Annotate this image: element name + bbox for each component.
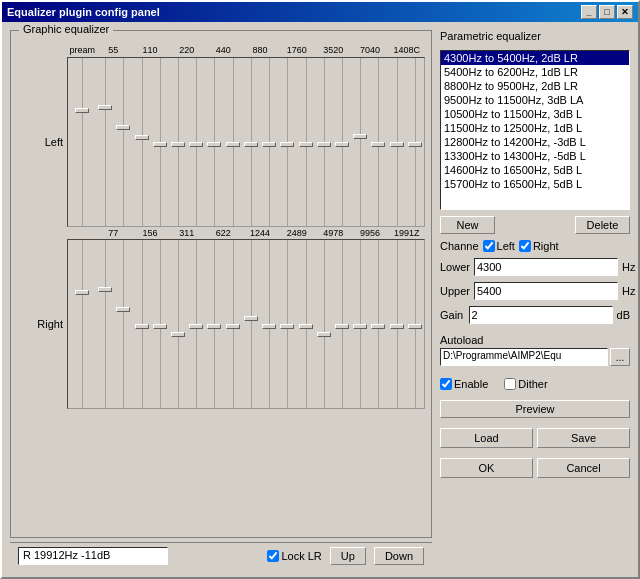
param-eq-list[interactable]: 4300Hz to 5400Hz, 2dB LR 5400Hz to 6200H… (440, 50, 630, 210)
new-button[interactable]: New (440, 216, 495, 234)
band-slider-l-2[interactable] (132, 58, 150, 226)
status-display: R 19912Hz -11dB (18, 547, 168, 565)
right-eq-area (67, 239, 425, 409)
dither-checkbox[interactable] (504, 378, 516, 390)
bottom-controls: Lock LR Up Down (267, 547, 424, 565)
param-list-item-3[interactable]: 9500Hz to 11500Hz, 3dB LA (441, 93, 629, 107)
band-slider-r-0[interactable] (96, 240, 114, 408)
band-slider-r-5[interactable] (187, 240, 205, 408)
browse-button[interactable]: ... (610, 348, 630, 366)
band-slider-l-17[interactable] (406, 58, 424, 226)
band-slider-r-4[interactable] (169, 240, 187, 408)
lower-row: Lower Hz (440, 258, 630, 276)
param-list-item-8[interactable]: 14600Hz to 16500Hz, 5dB L (441, 163, 629, 177)
enable-label: Enable (454, 378, 488, 390)
band-slider-l-4[interactable] (169, 58, 187, 226)
down-button[interactable]: Down (374, 547, 424, 565)
graphic-eq-label: Graphic equalizer (19, 23, 113, 35)
preamp-slider[interactable] (68, 58, 96, 226)
band-slider-l-7[interactable] (224, 58, 242, 226)
band-slider-r-7[interactable] (224, 240, 242, 408)
band-slider-r-3[interactable] (151, 240, 169, 408)
param-list-item-0[interactable]: 4300Hz to 5400Hz, 2dB LR (441, 51, 629, 65)
gain-unit: dB (617, 309, 630, 321)
band-slider-r-11[interactable] (296, 240, 314, 408)
band-slider-l-12[interactable] (315, 58, 333, 226)
enable-check[interactable]: Enable (440, 378, 488, 390)
ok-cancel-row: OK Cancel (440, 458, 630, 478)
gain-label: Gain (440, 309, 465, 321)
band-slider-l-13[interactable] (333, 58, 351, 226)
lock-lr-text: Lock LR (281, 550, 321, 562)
save-button[interactable]: Save (537, 428, 630, 448)
band-slider-r-13[interactable] (333, 240, 351, 408)
param-list-item-5[interactable]: 11500Hz to 12500Hz, 1dB L (441, 121, 629, 135)
param-list-item-9[interactable]: 15700Hz to 16500Hz, 5dB L (441, 177, 629, 191)
band-slider-r-17[interactable] (406, 240, 424, 408)
load-button[interactable]: Load (440, 428, 533, 448)
cancel-button[interactable]: Cancel (537, 458, 630, 478)
upper-row: Upper Hz (440, 282, 630, 300)
lower-unit: Hz (622, 261, 635, 273)
param-list-item-1[interactable]: 5400Hz to 6200Hz, 1dB LR (441, 65, 629, 79)
dither-check[interactable]: Dither (504, 378, 547, 390)
freq-bot-8: 1991Z (388, 228, 425, 238)
gain-input[interactable] (469, 306, 613, 324)
close-btn[interactable]: ✕ (617, 5, 633, 19)
load-save-row: Load Save (440, 428, 630, 448)
preamp-right-slider[interactable] (68, 240, 96, 408)
band-slider-l-10[interactable] (278, 58, 296, 226)
enable-checkbox[interactable] (440, 378, 452, 390)
gain-row: Gain dB (440, 306, 630, 324)
freq-bot-3: 622 (205, 228, 242, 238)
lock-lr-label[interactable]: Lock LR (267, 550, 321, 562)
band-slider-r-15[interactable] (369, 240, 387, 408)
param-list-item-2[interactable]: 8800Hz to 9500Hz, 2dB LR (441, 79, 629, 93)
param-list-item-6[interactable]: 12800Hz to 14200Hz, -3dB L (441, 135, 629, 149)
band-slider-r-10[interactable] (278, 240, 296, 408)
ok-button[interactable]: OK (440, 458, 533, 478)
band-slider-r-9[interactable] (260, 240, 278, 408)
upper-input[interactable] (474, 282, 618, 300)
band-slider-l-3[interactable] (151, 58, 169, 226)
band-slider-l-5[interactable] (187, 58, 205, 226)
up-button[interactable]: Up (330, 547, 366, 565)
band-slider-r-12[interactable] (315, 240, 333, 408)
band-slider-l-0[interactable] (96, 58, 114, 226)
band-slider-l-8[interactable] (242, 58, 260, 226)
freq-top-8: 1408C (388, 45, 425, 55)
band-slider-l-16[interactable] (388, 58, 406, 226)
band-slider-r-2[interactable] (132, 240, 150, 408)
band-slider-r-8[interactable] (242, 240, 260, 408)
preview-button[interactable]: Preview (440, 400, 630, 418)
param-eq-panel: Parametric equalizer 4300Hz to 5400Hz, 2… (440, 30, 630, 569)
title-controls: _ □ ✕ (581, 5, 633, 19)
band-slider-r-1[interactable] (114, 240, 132, 408)
band-slider-l-1[interactable] (114, 58, 132, 226)
freq-top-6: 3520 (315, 45, 352, 55)
autoload-label: Autoload (440, 334, 630, 346)
minimize-btn[interactable]: _ (581, 5, 597, 19)
autoload-path: D:\Programme\AIMP2\Equ (440, 348, 608, 366)
band-slider-r-14[interactable] (351, 240, 369, 408)
maximize-btn[interactable]: □ (599, 5, 615, 19)
left-channel-checkbox[interactable] (483, 240, 495, 252)
delete-button[interactable]: Delete (575, 216, 630, 234)
left-channel-label: Left (45, 136, 63, 148)
right-channel-checkbox[interactable] (519, 240, 531, 252)
right-channel-check[interactable]: Right (519, 240, 559, 252)
param-list-item-4[interactable]: 10500Hz to 11500Hz, 3dB L (441, 107, 629, 121)
band-slider-r-16[interactable] (388, 240, 406, 408)
band-slider-l-14[interactable] (351, 58, 369, 226)
band-slider-l-11[interactable] (296, 58, 314, 226)
dither-label: Dither (518, 378, 547, 390)
left-channel-check[interactable]: Left (483, 240, 515, 252)
param-list-item-7[interactable]: 13300Hz to 14300Hz, -5dB L (441, 149, 629, 163)
band-slider-l-9[interactable] (260, 58, 278, 226)
lock-lr-checkbox[interactable] (267, 550, 279, 562)
lower-input[interactable] (474, 258, 618, 276)
band-slider-r-6[interactable] (205, 240, 223, 408)
band-slider-l-6[interactable] (205, 58, 223, 226)
band-slider-l-15[interactable] (369, 58, 387, 226)
window-title: Equalizer plugin config panel (7, 6, 160, 18)
